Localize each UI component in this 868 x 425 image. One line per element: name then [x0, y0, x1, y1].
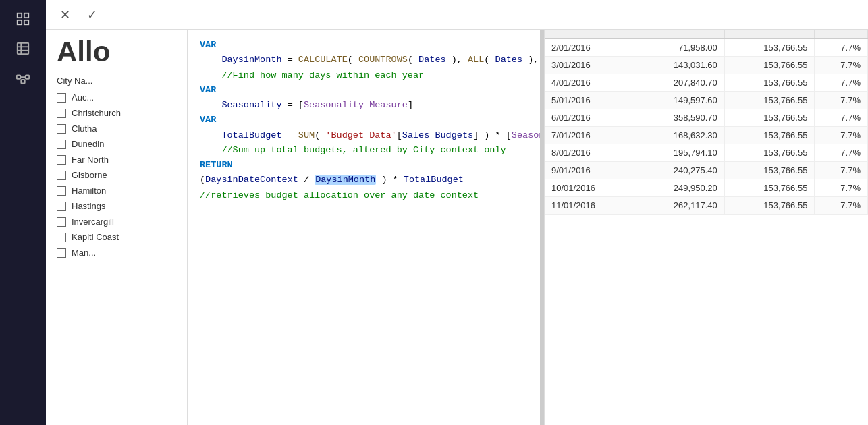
city-label: Hastings	[72, 201, 106, 211]
table-row[interactable]: 5/01/2016149,597.60153,766.557.7%	[545, 92, 868, 109]
cell-date: 5/01/2016	[545, 92, 634, 109]
col-date	[545, 30, 634, 38]
cell-date: 10/01/2016	[545, 179, 634, 197]
cell-v1: 240,275.40	[634, 162, 725, 179]
cell-date: 11/01/2016	[545, 197, 634, 215]
cell-v2: 153,766.55	[724, 144, 815, 162]
confirm-button[interactable]: ✓	[81, 4, 103, 26]
svg-rect-1	[24, 13, 28, 18]
cell-date: 7/01/2016	[545, 127, 634, 144]
cell-date: 9/01/2016	[545, 162, 634, 179]
list-item[interactable]: Hamilton	[46, 183, 187, 198]
table-row[interactable]: 9/01/2016240,275.40153,766.557.7%	[545, 162, 868, 179]
table-row[interactable]: 11/01/2016262,117.40153,766.557.7%	[545, 197, 868, 215]
cell-date: 8/01/2016	[545, 144, 634, 162]
cell-v2: 153,766.55	[724, 127, 815, 144]
list-item[interactable]: Dunedin	[46, 136, 187, 152]
list-item[interactable]: Far North	[46, 152, 187, 167]
cell-v2: 153,766.55	[724, 74, 815, 92]
left-panel: Allo City Na... Auc...ChristchurchClutha…	[46, 30, 188, 425]
cell-pct: 7.7%	[815, 38, 868, 57]
sidebar	[0, 0, 46, 425]
col-v1	[634, 30, 725, 38]
city-label: Christchurch	[72, 108, 121, 118]
list-item[interactable]: Kapiti Coast	[46, 229, 187, 245]
svg-rect-4	[18, 43, 29, 55]
cell-v2: 153,766.55	[724, 197, 815, 215]
cell-v1: 143,031.60	[634, 57, 725, 74]
city-header: City Na...	[46, 72, 187, 88]
svg-rect-0	[18, 13, 22, 18]
table-row[interactable]: 4/01/2016207,840.70153,766.557.7%	[545, 74, 868, 92]
city-label: Auc...	[72, 92, 94, 103]
cell-date: 6/01/2016	[545, 109, 634, 127]
cell-v1: 149,597.60	[634, 92, 725, 109]
cell-v2: 153,766.55	[724, 162, 815, 179]
cell-date: 2/01/2016	[545, 38, 634, 57]
city-label: Invercargill	[72, 217, 114, 227]
cell-v1: 249,950.20	[634, 179, 725, 197]
table-icon[interactable]	[9, 35, 36, 62]
table-row[interactable]: 10/01/2016249,950.20153,766.557.7%	[545, 179, 868, 197]
list-item[interactable]: Auc...	[46, 90, 187, 105]
table-row[interactable]: 8/01/2016195,794.10153,766.557.7%	[545, 144, 868, 162]
cell-v1: 262,117.40	[634, 197, 725, 215]
city-label: Hamilton	[72, 186, 106, 196]
city-checkbox[interactable]	[57, 217, 66, 227]
city-checkbox[interactable]	[57, 140, 66, 149]
cancel-button[interactable]: ✕	[54, 4, 76, 26]
table-row[interactable]: 7/01/2016168,632.30153,766.557.7%	[545, 127, 868, 144]
city-checkbox[interactable]	[57, 155, 66, 165]
city-label: Clutha	[72, 123, 97, 134]
city-checkbox[interactable]	[57, 124, 66, 134]
list-item[interactable]: Gisborne	[46, 167, 187, 183]
model-icon[interactable]	[9, 65, 36, 92]
cell-pct: 7.7%	[815, 57, 868, 74]
code-editor[interactable]: VAR DaysinMonth = CALCULATE( COUNTROWS( …	[188, 30, 540, 425]
data-table: 2/01/201671,958.00153,766.557.7%3/01/201…	[545, 30, 868, 215]
table-row[interactable]: 6/01/2016358,590.70153,766.557.7%	[545, 109, 868, 127]
main-area: ✕ ✓ Allo City Na... Auc...ChristchurchCl…	[46, 0, 868, 425]
list-item[interactable]: Clutha	[46, 121, 187, 136]
city-checkbox[interactable]	[57, 171, 66, 180]
svg-rect-3	[24, 20, 28, 24]
city-checkbox[interactable]	[57, 186, 66, 196]
list-item[interactable]: Man...	[46, 245, 187, 260]
city-label: Dunedin	[72, 139, 104, 149]
cell-v1: 168,632.30	[634, 127, 725, 144]
toolbar: ✕ ✓	[46, 0, 868, 30]
panel-title: Allo	[46, 30, 187, 72]
cell-pct: 7.7%	[815, 109, 868, 127]
city-checkbox[interactable]	[57, 202, 66, 211]
city-list[interactable]: Auc...ChristchurchCluthaDunedinFar North…	[46, 88, 187, 425]
city-checkbox[interactable]	[57, 109, 66, 118]
table-row[interactable]: 2/01/201671,958.00153,766.557.7%	[545, 38, 868, 57]
table-row[interactable]: 3/01/2016143,031.60153,766.557.7%	[545, 57, 868, 74]
list-item[interactable]: Christchurch	[46, 105, 187, 121]
list-item[interactable]: Hastings	[46, 198, 187, 214]
cell-pct: 7.7%	[815, 144, 868, 162]
cell-pct: 7.7%	[815, 127, 868, 144]
cell-v2: 153,766.55	[724, 92, 815, 109]
content-area: Allo City Na... Auc...ChristchurchClutha…	[46, 30, 868, 425]
svg-rect-2	[18, 20, 22, 24]
list-item[interactable]: Invercargill	[46, 214, 187, 229]
cell-pct: 7.7%	[815, 92, 868, 109]
city-checkbox[interactable]	[57, 233, 66, 242]
col-v2	[724, 30, 815, 38]
cell-pct: 7.7%	[815, 179, 868, 197]
city-checkbox[interactable]	[57, 248, 66, 258]
cell-v2: 153,766.55	[724, 179, 815, 197]
cell-pct: 7.7%	[815, 162, 868, 179]
city-checkbox[interactable]	[57, 93, 66, 103]
cell-date: 4/01/2016	[545, 74, 634, 92]
cell-v2: 153,766.55	[724, 38, 815, 57]
cell-v1: 71,958.00	[634, 38, 725, 57]
city-label: Kapiti Coast	[72, 232, 119, 242]
data-table-wrapper: 2/01/201671,958.00153,766.557.7%3/01/201…	[544, 30, 868, 425]
city-label: Far North	[72, 154, 109, 165]
cell-pct: 7.7%	[815, 197, 868, 215]
cell-v1: 195,794.10	[634, 144, 725, 162]
cell-date: 3/01/2016	[545, 57, 634, 74]
report-icon[interactable]	[9, 5, 36, 32]
